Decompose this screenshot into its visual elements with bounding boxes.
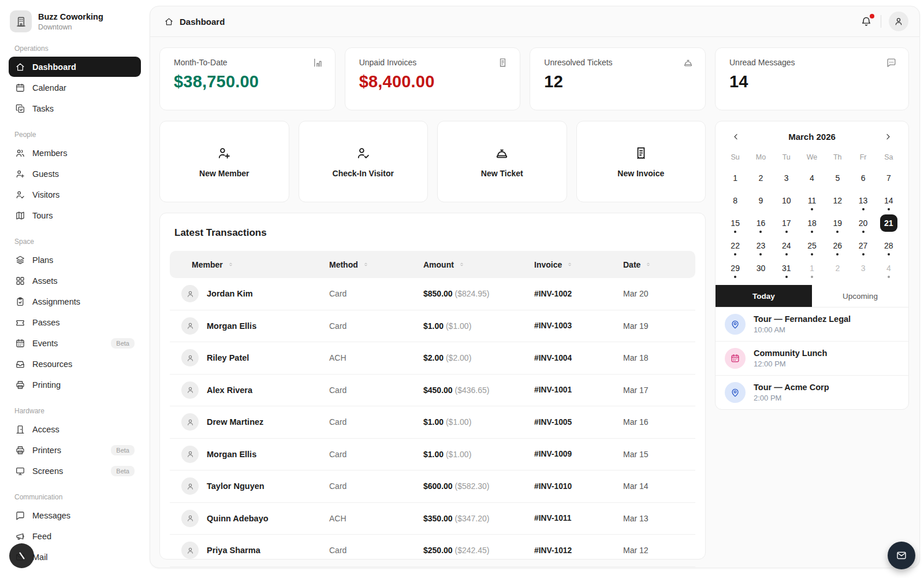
calendar-day[interactable]: 8	[722, 189, 748, 212]
calendar-day[interactable]: 5	[825, 166, 850, 189]
day-number: 3	[855, 260, 872, 277]
calendar-day[interactable]: 10	[774, 189, 799, 212]
calendar-day[interactable]: 6	[850, 166, 875, 189]
table-row[interactable]: Quinn Adebayo ACH $350.00 ($347.20) #INV…	[170, 503, 695, 535]
event-dot	[811, 253, 813, 255]
calendar-day[interactable]: 30	[748, 257, 773, 279]
prev-month-button[interactable]	[731, 131, 742, 142]
calendar-day[interactable]: 13	[850, 189, 875, 212]
sort-icon[interactable]	[363, 261, 369, 268]
notification-dot	[870, 14, 874, 18]
sidebar-item-dashboard[interactable]: Dashboard	[9, 57, 141, 77]
calendar-day[interactable]: 19	[825, 212, 850, 234]
calendar-day[interactable]: 11	[799, 189, 825, 212]
table-row[interactable]: Jordan Kim Card $850.00 ($824.95) #INV-1…	[170, 278, 695, 310]
monitor-icon	[15, 466, 25, 476]
table-row[interactable]: Morgan Ellis Card $1.00 ($1.00) #INV-100…	[170, 439, 695, 471]
table-row[interactable]: Morgan Ellis Card $1.00 ($1.00) #INV-100…	[170, 310, 695, 343]
calendar-day[interactable]: 27	[850, 234, 875, 257]
calendar-day-selected[interactable]: 21	[876, 212, 901, 234]
calendar-day[interactable]: 16	[748, 212, 773, 234]
sidebar-item-visitors[interactable]: Visitors	[9, 184, 141, 205]
sidebar-item-guests[interactable]: Guests	[9, 164, 141, 184]
calendar-day[interactable]: 17	[774, 212, 799, 234]
door-icon	[15, 424, 25, 435]
sidebar-item-events[interactable]: Events Beta	[9, 333, 141, 353]
sidebar-item-printers[interactable]: Printers Beta	[9, 440, 141, 460]
action-new-member-button[interactable]: New Member	[159, 121, 289, 202]
schedule-event[interactable]: Tour — Acme Corp 2:00 PM	[716, 376, 908, 409]
table-row[interactable]: Riley Patel ACH $2.00 ($2.00) #INV-1004 …	[170, 342, 695, 375]
calendar-day[interactable]: 14	[876, 189, 901, 212]
payment-method: Card	[329, 386, 423, 395]
calendar-day[interactable]: 3	[850, 257, 875, 279]
sidebar-item-resources[interactable]: Resources	[9, 354, 141, 374]
table-row[interactable]: Taylor Nguyen Card $600.00 ($582.30) #IN…	[170, 470, 695, 503]
calendar-day[interactable]: 4	[799, 166, 825, 189]
weekday-label: Mo	[748, 148, 773, 166]
schedule-event[interactable]: Tour — Fernandez Legal 10:00 AM	[716, 307, 908, 342]
sidebar-item-feed[interactable]: Feed	[9, 526, 141, 546]
calendar-day[interactable]: 29	[722, 257, 748, 279]
notifications-button[interactable]	[859, 14, 873, 28]
calendar-day[interactable]: 15	[722, 212, 748, 234]
calendar-day[interactable]: 18	[799, 212, 825, 234]
tab-upcoming[interactable]: Upcoming	[812, 285, 908, 307]
tab-today[interactable]: Today	[716, 285, 812, 307]
mail-fab-button[interactable]	[888, 542, 915, 569]
calendar-day[interactable]: 26	[825, 234, 850, 257]
sidebar-item-printing[interactable]: Printing	[9, 375, 141, 395]
event-time: 10:00 AM	[754, 325, 851, 334]
sidebar-item-screens[interactable]: Screens Beta	[9, 461, 141, 481]
sidebar-item-tasks[interactable]: Tasks	[9, 98, 141, 118]
schedule-event[interactable]: Community Lunch 12:00 PM	[716, 342, 908, 376]
sort-icon[interactable]	[459, 261, 465, 268]
calendar-day[interactable]: 7	[876, 166, 901, 189]
calendar-day[interactable]: 12	[825, 189, 850, 212]
stat-cards: Month-To-Date $38,750.00 Unpaid Invoices…	[159, 47, 909, 110]
action-new-ticket-button[interactable]: New Ticket	[437, 121, 567, 202]
sidebar-item-messages[interactable]: Messages	[9, 505, 141, 525]
sidebar-item-label: Visitors	[32, 190, 59, 199]
building-icon	[15, 16, 27, 28]
action-check-in-visitor-button[interactable]: Check-In Visitor	[299, 121, 429, 202]
calendar-day[interactable]: 25	[799, 234, 825, 257]
sort-icon[interactable]	[228, 261, 234, 268]
table-row[interactable]: Priya Sharma Card $250.00 ($242.45) #INV…	[170, 535, 695, 567]
sidebar-item-assignments[interactable]: Assignments	[9, 291, 141, 312]
calendar-day[interactable]: 3	[774, 166, 799, 189]
action-new-invoice-button[interactable]: New Invoice	[576, 121, 706, 202]
sort-icon[interactable]	[567, 261, 573, 268]
invoice-number: #INV-1001	[534, 386, 623, 394]
user-menu-button[interactable]	[889, 12, 908, 31]
weekday-label: Tu	[774, 148, 799, 166]
calendar-day[interactable]: 31	[774, 257, 799, 279]
sidebar-item-tours[interactable]: Tours	[9, 205, 141, 225]
member-avatar	[181, 542, 199, 559]
sidebar-item-passes[interactable]: Passes	[9, 312, 141, 332]
sidebar-item-plans[interactable]: Plans	[9, 250, 141, 270]
calendar-day[interactable]: 20	[850, 212, 875, 234]
sidebar-item-members[interactable]: Members	[9, 143, 141, 163]
sidebar-item-assets[interactable]: Assets	[9, 271, 141, 291]
calendar-day[interactable]: 1	[799, 257, 825, 279]
sidebar-item-calendar[interactable]: Calendar	[9, 77, 141, 98]
calendar-day[interactable]: 2	[748, 166, 773, 189]
column-label: Amount	[423, 260, 454, 269]
calendar-day[interactable]: 9	[748, 189, 773, 212]
workspace-switcher[interactable]: Buzz Coworking Downtown	[10, 10, 140, 32]
calendar-day[interactable]: 22	[722, 234, 748, 257]
calendar-day[interactable]: 24	[774, 234, 799, 257]
sidebar-item-access[interactable]: Access	[9, 419, 141, 439]
calendar-day[interactable]: 4	[876, 257, 901, 279]
next-month-button[interactable]	[882, 131, 893, 142]
calendar-day[interactable]: 2	[825, 257, 850, 279]
calendar-day[interactable]: 23	[748, 234, 773, 257]
table-row[interactable]: Alex Rivera Card $450.00 ($436.65) #INV-…	[170, 375, 695, 407]
calendar-grid: SuMoTuWeThFrSa 1 2 3 4 5 6 7 8 9	[716, 147, 908, 284]
calendar-day[interactable]: 28	[876, 234, 901, 257]
calendar-day[interactable]: 1	[722, 166, 748, 189]
sort-icon[interactable]	[645, 261, 651, 268]
service-bell-icon	[683, 57, 694, 68]
table-row[interactable]: Drew Martinez Card $1.00 ($1.00) #INV-10…	[170, 406, 695, 439]
